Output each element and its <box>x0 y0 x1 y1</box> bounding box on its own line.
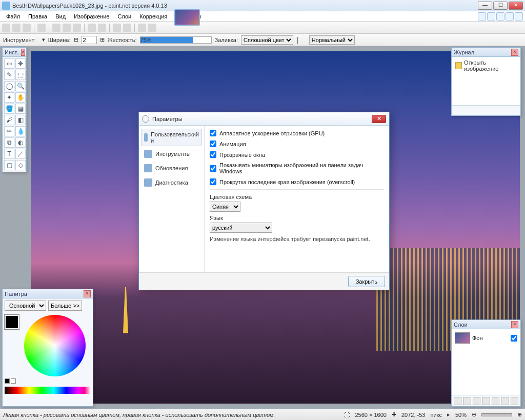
crop-icon[interactable] <box>88 24 96 32</box>
gradient-tool[interactable]: ▦ <box>15 104 26 114</box>
more-colors-button[interactable]: Больше >> <box>48 301 82 311</box>
document-thumb[interactable] <box>174 9 200 26</box>
menu-image[interactable]: Изображение <box>70 12 113 21</box>
merge-down-icon[interactable] <box>482 397 490 405</box>
width-decrement[interactable]: ⊟ <box>74 36 78 43</box>
minimize-button[interactable]: — <box>478 2 492 10</box>
close-button[interactable]: ✕ <box>509 2 523 10</box>
history-panel-close[interactable]: × <box>511 49 518 56</box>
window-title: BestHDWallpapersPack1026_23.jpg - paint.… <box>12 3 478 9</box>
check-transparent[interactable]: Прозрачные окна <box>210 151 384 158</box>
move-tool[interactable]: ✥ <box>15 58 26 69</box>
delete-layer-icon[interactable] <box>463 397 471 405</box>
fill-select[interactable]: Сплошной цвет <box>241 35 293 45</box>
ellipse-select-tool[interactable]: ◯ <box>4 81 14 91</box>
undo-icon[interactable] <box>113 24 121 32</box>
shapes-tool[interactable]: ◇ <box>15 160 26 170</box>
blend-select[interactable]: Нормальный <box>309 35 355 45</box>
zoom-out-icon[interactable]: ⊖ <box>472 411 476 418</box>
palette-strip[interactable] <box>5 387 91 394</box>
add-layer-icon[interactable] <box>454 397 461 405</box>
tools-panel-close[interactable]: × <box>21 49 25 56</box>
save-icon[interactable] <box>23 24 31 32</box>
lasso-tool[interactable]: ✎ <box>4 70 14 80</box>
primary-color-swatch[interactable] <box>5 315 19 329</box>
black-swatch[interactable] <box>5 378 10 384</box>
redo-icon[interactable] <box>123 24 131 32</box>
zoom-slider[interactable] <box>481 413 512 416</box>
color-wheel[interactable] <box>24 315 86 376</box>
language-select[interactable]: русский <box>210 223 272 233</box>
check-animation[interactable]: Анимация <box>210 141 384 147</box>
colors-toggle-icon[interactable] <box>506 12 514 21</box>
open-icon[interactable] <box>12 24 21 32</box>
main-toolbar <box>0 22 525 34</box>
tools-toggle-icon[interactable] <box>478 12 486 21</box>
layers-panel-close[interactable]: × <box>511 321 518 328</box>
rect-tool[interactable]: ▢ <box>4 160 14 170</box>
menu-edit[interactable]: Правка <box>24 12 51 21</box>
text-tool[interactable]: T <box>4 149 14 159</box>
hardness-slider[interactable]: 75% <box>140 36 212 44</box>
settings-icon[interactable] <box>515 12 523 21</box>
width-increment[interactable]: ⊞ <box>100 36 105 43</box>
magic-wand-tool[interactable]: ✦ <box>4 92 14 103</box>
line-tool[interactable]: ／ <box>15 149 26 159</box>
unit-select[interactable]: пикс <box>430 412 442 418</box>
nav-ui[interactable]: Пользовательский и <box>141 129 202 146</box>
deselect-icon[interactable] <box>98 24 106 32</box>
dialog-close-icon[interactable]: ✕ <box>372 115 386 123</box>
dialog-close-button[interactable]: Закрыть <box>348 276 385 287</box>
menu-view[interactable]: Вид <box>51 12 70 21</box>
move-up-icon[interactable] <box>492 397 499 405</box>
palette-panel-close[interactable]: × <box>84 290 91 297</box>
white-swatch[interactable] <box>11 378 16 384</box>
recolor-tool[interactable]: ◐ <box>15 137 26 148</box>
width-label: Ширина: <box>48 37 71 43</box>
zoom-in-icon[interactable]: ⊕ <box>517 411 522 418</box>
check-gpu[interactable]: Аппаратное ускорение отрисовки (GPU) <box>210 130 384 136</box>
layer-props-icon[interactable] <box>511 397 518 405</box>
move-selection-tool[interactable]: ⬚ <box>15 70 26 80</box>
duplicate-layer-icon[interactable] <box>473 397 480 405</box>
print-icon[interactable] <box>37 24 46 32</box>
check-taskbar-thumbs[interactable]: Показывать миниатюры изображений на пане… <box>210 162 384 174</box>
check-overscroll[interactable]: Прокрутка последние края изображения (ov… <box>210 178 384 185</box>
bucket-tool[interactable]: 🪣 <box>4 104 14 114</box>
tool-label: Инструмент: <box>3 37 36 43</box>
eraser-tool[interactable]: ◧ <box>15 115 26 125</box>
brush-tool[interactable]: 🖌 <box>4 115 14 125</box>
layers-panel-title: Слои <box>454 322 468 328</box>
language-label: Язык <box>210 215 384 221</box>
layers-toggle-icon[interactable] <box>496 12 504 21</box>
language-note: Изменение языка интерфейса требует перез… <box>210 236 384 242</box>
pencil-tool[interactable]: ✏ <box>4 126 14 136</box>
history-toggle-icon[interactable] <box>487 12 495 21</box>
color-mode-select[interactable]: Основной <box>5 301 46 311</box>
paste-icon[interactable] <box>73 24 81 32</box>
menu-layers[interactable]: Слои <box>113 12 135 21</box>
grid-icon[interactable] <box>138 24 146 32</box>
menu-adjust[interactable]: Коррекция <box>135 12 171 21</box>
zoom-tool[interactable]: 🔍 <box>15 81 26 91</box>
layer-visible-checkbox[interactable] <box>511 335 517 342</box>
rect-select-tool[interactable]: ▭ <box>4 58 14 69</box>
picker-tool[interactable]: 💧 <box>15 126 26 136</box>
palette-panel-title: Палитра <box>5 291 27 297</box>
history-item[interactable]: Открыть изображение <box>453 58 519 73</box>
nav-diagnostics[interactable]: Диагностика <box>141 176 202 189</box>
move-down-icon[interactable] <box>501 397 509 405</box>
ruler-icon[interactable] <box>148 24 156 32</box>
maximize-button[interactable]: ☐ <box>493 2 508 10</box>
new-icon[interactable] <box>2 24 10 32</box>
clone-tool[interactable]: ⧉ <box>4 137 14 148</box>
menu-file[interactable]: Файл <box>2 12 24 21</box>
nav-updates[interactable]: Обновления <box>141 162 202 175</box>
brush-width-input[interactable] <box>82 36 97 44</box>
cut-icon[interactable] <box>52 24 60 32</box>
nav-tools[interactable]: Инструменты <box>141 147 202 161</box>
copy-icon[interactable] <box>63 24 71 32</box>
pan-tool[interactable]: ✋ <box>15 92 26 103</box>
layer-row[interactable]: Фон <box>454 331 518 345</box>
color-scheme-select[interactable]: Синяя <box>210 202 240 212</box>
